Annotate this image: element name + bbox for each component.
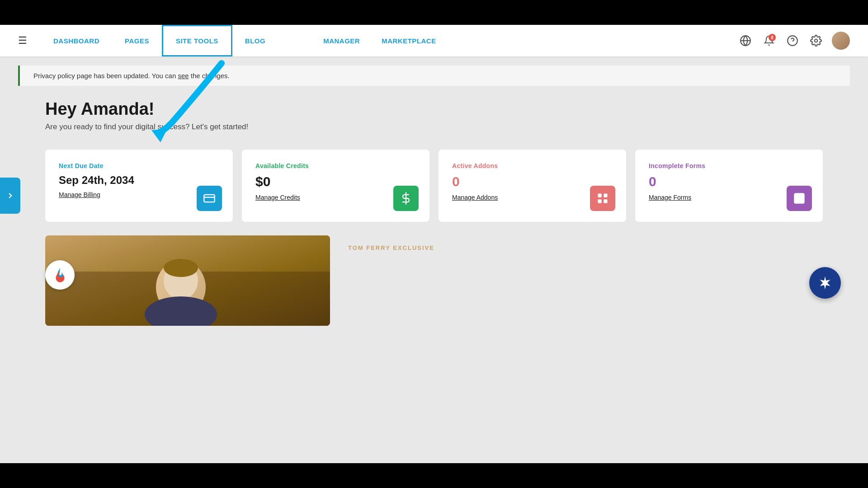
nav-marketplace[interactable]: MARKETPLACE	[369, 25, 449, 56]
nav-dashboard[interactable]: DASHBOARD	[41, 25, 112, 56]
credits-icon	[393, 186, 419, 211]
billing-icon	[197, 186, 222, 211]
svg-rect-10	[604, 194, 607, 197]
flame-icon[interactable]	[45, 260, 75, 290]
svg-rect-12	[604, 199, 607, 203]
main-wrapper: ☰ DASHBOARD PAGES SITE TOOLS BLOG MANAGE…	[0, 25, 868, 463]
bottom-section: TOM FERRY EXCLUSIVE	[0, 235, 868, 326]
bell-icon[interactable]: 8	[761, 33, 777, 48]
svg-rect-9	[598, 194, 602, 197]
manage-forms-link[interactable]: Manage Forms	[649, 194, 809, 201]
billing-value: Sep 24th, 2034	[59, 174, 219, 187]
tom-ferry-image	[45, 235, 330, 326]
banner-link[interactable]: see	[178, 72, 189, 80]
forms-value: 0	[649, 174, 809, 189]
addons-label: Active Addons	[452, 162, 613, 169]
nav-site-tools[interactable]: SITE TOOLS	[162, 25, 232, 56]
billing-card: Next Due Date Sep 24th, 2034 Manage Bill…	[45, 150, 233, 222]
svg-point-21	[164, 259, 198, 277]
navbar: ☰ DASHBOARD PAGES SITE TOOLS BLOG MANAGE…	[0, 25, 868, 56]
forms-label: Incomplete Forms	[649, 162, 809, 169]
nav-pages[interactable]: PAGES	[112, 25, 162, 56]
globe-icon[interactable]	[738, 33, 753, 48]
avatar[interactable]	[832, 32, 850, 50]
addons-icon	[590, 186, 615, 211]
avatar-image	[832, 32, 850, 50]
credits-label: Available Credits	[255, 162, 416, 169]
credits-card: Available Credits $0 Manage Credits	[242, 150, 429, 222]
sidebar-toggle[interactable]	[0, 178, 20, 214]
top-bar	[0, 0, 868, 25]
greeting-section: Hey Amanda! Are you ready to find your d…	[0, 86, 868, 141]
credits-value: $0	[255, 174, 416, 189]
banner-text: Privacy policy page has been updated. Yo…	[33, 72, 178, 80]
nav-blog[interactable]: BLOG	[232, 25, 278, 56]
help-icon[interactable]	[785, 33, 800, 48]
ai-chat-button[interactable]	[809, 267, 841, 299]
nav-right: 8	[738, 32, 850, 50]
forms-icon	[787, 186, 812, 211]
tom-ferry-label: TOM FERRY EXCLUSIVE	[348, 244, 434, 251]
nav-links: DASHBOARD PAGES SITE TOOLS BLOG MANAGER …	[41, 25, 738, 56]
svg-rect-6	[204, 195, 214, 202]
settings-icon[interactable]	[808, 33, 824, 48]
forms-card: Incomplete Forms 0 Manage Forms	[635, 150, 823, 222]
content-wrapper: Privacy policy page has been updated. Yo…	[0, 66, 868, 326]
svg-point-4	[815, 39, 818, 42]
nav-manager-visible[interactable]: MANAGER	[314, 25, 369, 56]
addons-card: Active Addons 0 Manage Addons	[439, 150, 626, 222]
bottom-bar	[0, 463, 868, 488]
greeting-subtitle: Are you ready to find your digital succe…	[45, 122, 850, 131]
banner-text-after: the changes.	[189, 72, 230, 80]
privacy-banner: Privacy policy page has been updated. Yo…	[18, 66, 850, 86]
manage-credits-link[interactable]: Manage Credits	[255, 194, 416, 201]
addons-value: 0	[452, 174, 613, 189]
svg-rect-11	[598, 199, 602, 203]
manage-billing-link[interactable]: Manage Billing	[59, 191, 219, 198]
manage-addons-link[interactable]: Manage Addons	[452, 194, 613, 201]
greeting-title: Hey Amanda!	[45, 99, 850, 119]
notification-badge: 8	[769, 34, 776, 41]
cards-row: Next Due Date Sep 24th, 2034 Manage Bill…	[0, 145, 868, 226]
billing-label: Next Due Date	[59, 162, 219, 169]
hamburger-menu[interactable]: ☰	[18, 35, 27, 47]
